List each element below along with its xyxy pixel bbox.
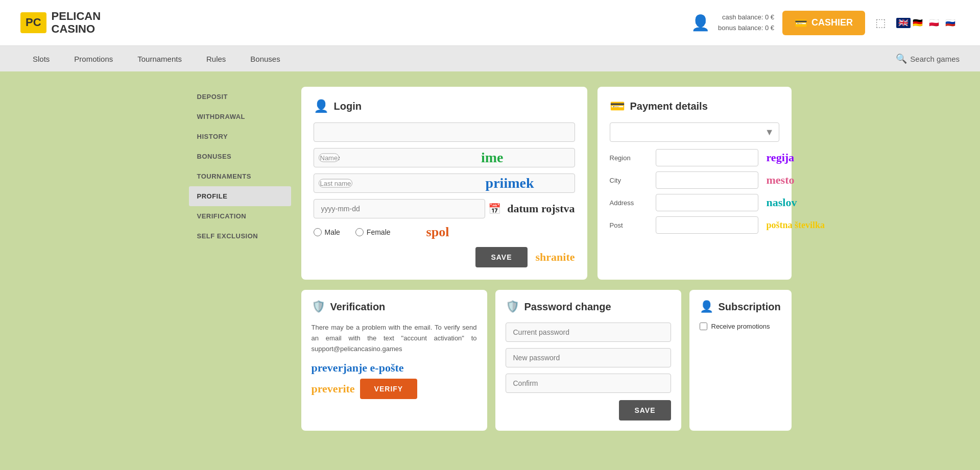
sidebar-item-self-exclusion[interactable]: SELF EXCLUSION <box>189 226 291 246</box>
gender-female-radio[interactable] <box>355 228 364 236</box>
verification-text: There may be a problem with the email. T… <box>312 323 477 354</box>
logout-button[interactable]: ⬚ <box>873 14 888 32</box>
annotation-spol: spol <box>426 225 449 240</box>
subscription-header: 👤 Subscription <box>700 300 781 313</box>
annotation-shranite: shranite <box>536 251 575 264</box>
login-icon: 👤 <box>314 99 329 113</box>
flag-pl[interactable]: 🇵🇱 <box>929 18 943 28</box>
annotation-preverjanje: preverjanje e-pošte <box>312 361 477 375</box>
nav-bar: Slots Promotions Tournaments Rules Bonus… <box>0 46 980 71</box>
lastname-input[interactable] <box>314 174 575 193</box>
main-container: DEPOSIT WITHDRAWAL HISTORY BONUSES TOURN… <box>179 71 802 446</box>
search-area[interactable]: 🔍 Search games <box>896 53 960 64</box>
user-icon[interactable]: 👤 <box>691 14 710 32</box>
username-input[interactable] <box>314 122 575 142</box>
gender-female-label[interactable]: Female <box>355 228 391 236</box>
calendar-icon[interactable]: 📅 <box>488 203 501 215</box>
sidebar-item-deposit[interactable]: DEPOSIT <box>189 87 291 107</box>
nav-promotions[interactable]: Promotions <box>62 47 125 70</box>
logo-area: PC PELICAN CASINO <box>20 10 101 35</box>
login-section: 👤 Login ime Name Last name pri <box>301 87 587 280</box>
verify-button[interactable]: VERIFY <box>360 379 418 399</box>
receive-promotions-label[interactable]: Receive promotions <box>700 323 781 330</box>
sidebar-item-withdrawal[interactable]: WITHDRAWAL <box>189 107 291 127</box>
post-input[interactable] <box>656 216 758 234</box>
payment-type-row: ▼ <box>610 122 779 142</box>
nav-tournaments[interactable]: Tournaments <box>125 47 194 70</box>
verification-shield-icon: 🛡️ <box>312 300 325 313</box>
flag-uk[interactable]: 🇬🇧 <box>896 18 911 28</box>
confirm-password-input[interactable] <box>506 374 671 393</box>
sidebar-item-profile[interactable]: PROFILE <box>189 186 291 206</box>
bonus-balance: bonus balance: 0 € <box>718 23 774 34</box>
name-input[interactable] <box>314 148 575 167</box>
language-flags: 🇬🇧 🇩🇪 🇵🇱 🇷🇺 <box>896 18 960 28</box>
sidebar-item-tournaments[interactable]: TOURNAMENTS <box>189 166 291 186</box>
sidebar-item-history[interactable]: HISTORY <box>189 127 291 146</box>
header-right: 👤 cash balance: 0 € bonus balance: 0 € 💳… <box>691 11 960 35</box>
new-password-row <box>506 348 671 367</box>
flag-ru[interactable]: 🇷🇺 <box>945 18 960 28</box>
current-password-input[interactable] <box>506 323 671 342</box>
content-area: 👤 Login ime Name Last name pri <box>301 87 792 431</box>
sidebar-item-bonuses[interactable]: BONUSES <box>189 146 291 166</box>
address-label: Address <box>610 199 651 207</box>
nav-bonuses[interactable]: Bonuses <box>238 47 292 70</box>
current-password-row <box>506 323 671 342</box>
cashier-button[interactable]: 💳 CASHIER <box>782 11 865 35</box>
annotation-preverite: preverite <box>312 382 355 395</box>
annotation-mesto: mesto <box>767 174 795 187</box>
payment-section: 💳 Payment details ▼ Region regija City <box>597 87 792 280</box>
subscription-icon: 👤 <box>700 300 713 313</box>
sidebar-item-verification[interactable]: VERIFICATION <box>189 206 291 226</box>
region-input[interactable] <box>656 149 758 166</box>
gender-male-radio[interactable] <box>314 228 322 236</box>
city-label: City <box>610 177 651 184</box>
nav-slots[interactable]: Slots <box>20 47 62 70</box>
cash-balance: cash balance: 0 € <box>718 12 774 23</box>
dob-input[interactable] <box>314 199 486 218</box>
receive-promotions-checkbox[interactable] <box>700 323 707 330</box>
payment-type-select[interactable] <box>610 122 779 142</box>
logo-text: PELICAN CASINO <box>52 10 101 35</box>
verification-title: Verification <box>330 301 386 313</box>
verification-section: 🛡️ Verification There may be a problem w… <box>301 290 487 431</box>
password-shield-icon: 🛡️ <box>506 300 519 313</box>
new-password-input[interactable] <box>506 348 671 367</box>
search-label[interactable]: Search games <box>910 55 960 63</box>
subscription-title: Subscription <box>719 301 781 313</box>
login-title: Login <box>334 101 362 112</box>
top-content: 👤 Login ime Name Last name pri <box>301 87 792 280</box>
header: PC PELICAN CASINO 👤 cash balance: 0 € bo… <box>0 0 980 46</box>
post-label: Post <box>610 221 651 229</box>
password-header: 🛡️ Password change <box>506 300 671 313</box>
lastname-row: Last name priimek <box>314 174 575 193</box>
search-icon: 🔍 <box>896 53 907 64</box>
payment-icon: 💳 <box>610 99 625 113</box>
login-save-button[interactable]: SAVE <box>475 247 527 267</box>
address-input[interactable] <box>656 194 758 211</box>
balance-area: cash balance: 0 € bonus balance: 0 € <box>718 12 774 34</box>
nav-left: Slots Promotions Tournaments Rules Bonus… <box>20 47 293 70</box>
city-input[interactable] <box>656 171 758 189</box>
login-save-row: SAVE shranite <box>314 247 575 267</box>
annotation-postna: poštna številka <box>767 220 825 231</box>
password-save-button[interactable]: SAVE <box>619 400 671 420</box>
region-row: Region regija <box>610 149 779 166</box>
nav-rules[interactable]: Rules <box>194 47 238 70</box>
address-row: Address naslov <box>610 194 779 211</box>
gender-male-label[interactable]: Male <box>314 228 340 236</box>
login-header: 👤 Login <box>314 99 575 113</box>
password-title: Password change <box>524 301 611 313</box>
dob-row: 📅 datum rojstva <box>314 199 575 218</box>
receive-promotions-text: Receive promotions <box>711 323 770 330</box>
password-section: 🛡️ Password change SAVE <box>495 290 681 431</box>
subscription-section: 👤 Subscription Receive promotions <box>689 290 792 431</box>
verification-header: 🛡️ Verification <box>312 300 477 313</box>
flag-de[interactable]: 🇩🇪 <box>913 18 927 28</box>
sidebar: DEPOSIT WITHDRAWAL HISTORY BONUSES TOURN… <box>189 87 291 431</box>
confirm-password-row <box>506 374 671 393</box>
annotation-naslov: naslov <box>767 196 797 209</box>
payment-header: 💳 Payment details <box>610 99 779 113</box>
payment-title: Payment details <box>630 101 708 112</box>
